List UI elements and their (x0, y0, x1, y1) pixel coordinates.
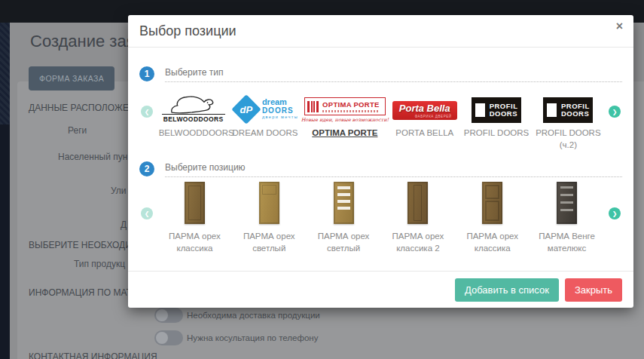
modal-header: Выбор позиции × (128, 15, 633, 48)
section-location-data: ДАННЫЕ РАСПОЛОЖЕН (29, 103, 136, 113)
brand-item-dream-doors[interactable]: dP dream DOORS двери мечты DREAM DOORS (229, 85, 301, 151)
porta-bella-logo-text: Porta Bella (399, 103, 450, 114)
brand-name-selected: OPTIMA PORTE (312, 127, 377, 150)
product-item[interactable]: ПАРМА орех классика (455, 180, 530, 254)
brand-name: DREAM DOORS (233, 127, 298, 150)
products-next-icon[interactable]: ❯ (609, 207, 621, 219)
label-product-type: Тип продукц (74, 259, 125, 269)
dream-doors-diamond-icon: dP (231, 94, 261, 124)
door-image (407, 182, 428, 224)
dream-doors-logo: dP dream DOORS двери мечты (232, 85, 298, 123)
profil-door-icon (475, 103, 485, 117)
add-to-list-button[interactable]: Добавить в список (455, 278, 559, 302)
modal-body: 1 Выберите тип ❮ ❯ BELWOODDOORS (128, 48, 633, 271)
brand-item-porta-bella[interactable]: Porta Bella ФАБРИКА ДВЕРЕЙ PORTA BELLA (389, 85, 460, 151)
porta-bella-logo-sub: ФАБРИКА ДВЕРЕЙ (415, 115, 452, 118)
brand-item-optima-porte[interactable]: OPTIMA PORTE Новые идеи, новые возможнос… (301, 85, 389, 151)
products-prev-icon[interactable]: ❮ (141, 207, 153, 219)
brand-item-profil-doors-2[interactable]: PROFIL DOORS PROFIL DOORS (ч.2) (533, 85, 604, 151)
brands-next-icon[interactable]: ❯ (609, 106, 621, 118)
step-1-label: Выберите тип (165, 67, 622, 82)
product-item[interactable]: ПАРМА орех классика (157, 180, 232, 254)
brand-name: BELWOODDOORS (159, 127, 228, 150)
close-icon[interactable]: × (616, 20, 623, 32)
optima-columns-icon (307, 101, 319, 112)
tab-order-form[interactable]: ФОРМА ЗАКАЗА (29, 66, 114, 91)
product-name: ПАРМА орех светлый (234, 230, 304, 254)
brand-name: PORTA BELLA (395, 127, 453, 150)
label-house: Д (121, 219, 127, 230)
product-carousel: ❮ ❯ ПАРМА орех классика ПАРМА орех светл… (139, 180, 622, 254)
product-item[interactable]: ПАРМА Венге мателюкс (530, 180, 604, 254)
optima-logo-text: OPTIMA PORTE (322, 100, 380, 109)
door-image (482, 182, 502, 224)
step-2-badge: 2 (139, 161, 154, 176)
dream-logo-line3: двери мечты (262, 115, 298, 120)
close-button[interactable]: Закрыть (565, 278, 622, 302)
brand-name: PROFIL DOORS (464, 127, 529, 150)
brand-name: PROFIL DOORS (ч.2) (533, 127, 603, 151)
profil-doors-2-logo: PROFIL DOORS (543, 85, 593, 123)
door-image (557, 182, 577, 224)
step-2-row: 2 Выберите позицию (139, 161, 622, 177)
label-city: Населенный пун (58, 152, 127, 162)
optima-porte-logo: OPTIMA PORTE Новые идеи, новые возможнос… (301, 85, 389, 123)
belwooddoors-logo-text: BELWOODDOORS (162, 114, 225, 123)
left-sidebar (0, 23, 10, 359)
consult-toggle-label: Нужна косультация по телефону (187, 333, 318, 342)
modal-footer: Добавить в список Закрыть (128, 271, 633, 308)
label-region: Реги (68, 125, 87, 136)
consult-toggle[interactable] (154, 330, 183, 345)
door-image (259, 182, 279, 224)
profil-door-icon (547, 103, 557, 117)
product-name: ПАРМА орех классика (160, 230, 229, 254)
optima-logo-subline (322, 110, 380, 112)
position-select-modal: Выбор позиции × 1 Выберите тип ❮ ❯ (128, 15, 633, 308)
step-2-label: Выберите позицию (165, 162, 622, 177)
brand-item-profil-doors[interactable]: PROFIL DOORS PROFIL DOORS (460, 85, 532, 151)
modal-title: Выбор позиции (139, 23, 237, 39)
step-1-row: 1 Выберите тип (139, 66, 622, 82)
optima-logo-tagline: Новые идеи, новые возможности! (301, 117, 389, 123)
sidebar-pattern (0, 23, 10, 124)
product-name: ПАРМА орех классика (458, 230, 527, 254)
door-image (185, 182, 205, 224)
page-title: Создание зая (30, 32, 136, 51)
product-name: ПАРМА Венге мателюкс (533, 230, 602, 254)
product-item[interactable]: ПАРМА орех светлый (307, 180, 381, 254)
profil2-logo-line2: DOORS (561, 110, 590, 118)
brands-prev-icon[interactable]: ❮ (141, 106, 153, 118)
brand-carousel: ❮ ❯ BELWOODDOORS BELWOODDOORS (139, 85, 622, 151)
brand-items: BELWOODDOORS BELWOODDOORS dP dream DOORS… (157, 85, 604, 151)
label-street: Ули (111, 186, 127, 196)
delivery-toggle[interactable] (154, 308, 183, 323)
product-name: ПАРМА орех светлый (309, 230, 378, 254)
step-1-badge: 1 (139, 66, 154, 81)
product-item[interactable]: ПАРМА орех классика 2 (380, 180, 455, 254)
section-contact-info: КОНТАКТНАЯ ИНФОРМАЦИЯ (29, 351, 157, 359)
beaver-icon (168, 94, 219, 114)
door-image (334, 182, 354, 224)
belwooddoors-logo: BELWOODDOORS (162, 85, 225, 123)
section-material-info: ИНФОРМАЦИЯ ПО МАТ (29, 287, 132, 298)
product-items: ПАРМА орех классика ПАРМА орех светлый П… (157, 180, 604, 254)
profil-logo-line2: DOORS (490, 110, 518, 118)
brand-item-belwooddoors[interactable]: BELWOODDOORS BELWOODDOORS (157, 85, 229, 151)
dream-logo-line1: dream (262, 98, 298, 107)
dream-logo-line2: DOORS (262, 107, 298, 115)
delivery-toggle-label: Необходима доставка продукции (187, 311, 320, 320)
product-name: ПАРМА орех классика 2 (383, 230, 453, 254)
porta-bella-logo: Porta Bella ФАБРИКА ДВЕРЕЙ (392, 85, 457, 123)
section-choose-products: ВЫБЕРИТЕ НЕОБХОДИ (29, 240, 132, 250)
profil-doors-logo: PROFIL DOORS (472, 85, 521, 123)
product-item[interactable]: ПАРМА орех светлый (232, 180, 307, 254)
